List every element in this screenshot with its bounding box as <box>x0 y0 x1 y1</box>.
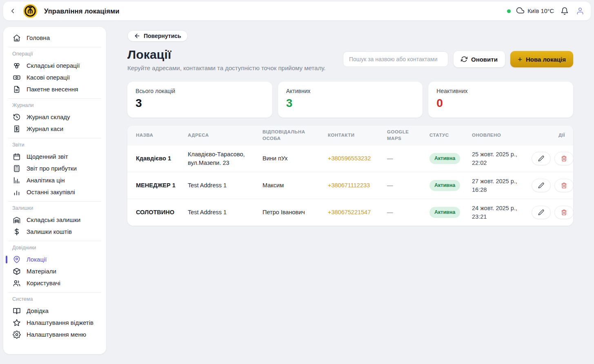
divider <box>8 201 101 202</box>
sidebar-item-warehouse-journal[interactable]: Журнал складу <box>3 111 106 123</box>
column-header-person: ВІДПОВІДАЛЬНА ОСОБА <box>263 129 328 142</box>
status-badge: Активна <box>429 207 460 218</box>
cell-name: СОЛОТВИНО <box>136 208 188 216</box>
new-location-button[interactable]: + Нова локація <box>510 51 573 67</box>
sidebar-item-batch-entry[interactable]: Пакетне внесення <box>3 83 106 95</box>
history-icon <box>12 113 21 121</box>
sidebar-item-warehouse-stock[interactable]: Складські залишки <box>3 214 106 226</box>
user-icon <box>576 7 584 15</box>
status-badge: Активна <box>429 153 460 164</box>
sidebar-item-label: Останні закупівлі <box>27 189 75 195</box>
bar-chart-icon <box>12 188 21 196</box>
sidebar-item-warehouse-operations[interactable]: Складські операції <box>3 60 106 71</box>
app-logo-icon <box>23 4 38 18</box>
stat-value: 0 <box>436 97 565 110</box>
sidebar-item-label: Довідка <box>27 307 49 314</box>
edit-button[interactable] <box>532 179 551 192</box>
sidebar-item-users[interactable]: Користувачі <box>3 277 106 289</box>
sidebar-item-home[interactable]: Головна <box>3 32 106 44</box>
divider <box>8 241 101 241</box>
plus-icon: + <box>518 55 522 63</box>
pencil-icon <box>538 209 544 215</box>
sidebar-item-profit-report[interactable]: Звіт про прибутки <box>3 162 106 174</box>
trash-icon <box>561 155 567 162</box>
users-icon <box>12 279 21 287</box>
sidebar-item-label: Журнал каси <box>27 125 63 132</box>
user-menu-button[interactable] <box>575 6 585 16</box>
stat-label: Активних <box>286 88 415 94</box>
table-row: МЕНЕДЖЕР 1 Test Address 1 Максим +380671… <box>127 172 573 199</box>
delete-button[interactable] <box>554 206 573 219</box>
stat-value: 3 <box>136 97 264 110</box>
back-chevron-button[interactable] <box>7 6 18 16</box>
refresh-icon <box>461 56 467 62</box>
locations-table: НАЗВА АДРЕСА ВІДПОВІДАЛЬНА ОСОБА КОНТАКТ… <box>127 126 573 226</box>
sidebar-section-label: Довідники <box>3 244 106 251</box>
sidebar-item-locations[interactable]: Локації <box>3 253 106 265</box>
topbar: Управління локаціями Київ 10°C <box>3 2 591 20</box>
sidebar-item-label: Складські операції <box>27 62 80 69</box>
back-button[interactable]: Повернутись <box>127 30 188 42</box>
stat-card-total: Всього локацій 3 <box>127 82 272 118</box>
stat-label: Всього локацій <box>136 88 264 94</box>
table-row: Кдавдієво 1 Клавдієво-Тарасово, вул.Мазе… <box>127 145 573 172</box>
spheres-icon <box>12 61 21 70</box>
edit-button[interactable] <box>532 206 551 219</box>
cell-contact[interactable]: +380596553232 <box>328 154 387 162</box>
sidebar-item-daily-report[interactable]: Щоденний звіт <box>3 151 106 162</box>
document-icon <box>12 85 21 93</box>
online-status-dot <box>507 9 511 13</box>
sidebar-item-cash-balance[interactable]: Залишки коштів <box>3 226 106 237</box>
pencil-icon <box>538 155 544 162</box>
sidebar-section-label: Операції <box>3 51 106 57</box>
arrow-left-icon <box>134 33 140 39</box>
pencil-icon <box>538 182 544 189</box>
delete-button[interactable] <box>554 179 573 192</box>
status-badge: Активна <box>429 180 460 191</box>
active-indicator <box>6 255 7 263</box>
cell-address: Клавдієво-Тарасово, вул.Мазепи. 23 <box>188 150 263 167</box>
sidebar-item-label: Журнал складу <box>27 113 70 120</box>
sidebar-item-widget-settings[interactable]: Налаштування віджетів <box>3 317 106 328</box>
home-icon <box>12 33 21 42</box>
cell-person: Петро Іванович <box>263 208 328 216</box>
bell-icon <box>561 7 569 15</box>
sidebar-item-price-analytics[interactable]: Аналітика цін <box>3 174 106 186</box>
cell-contact[interactable]: +380675221547 <box>328 208 387 216</box>
column-header-contacts: КОНТАКТИ <box>328 132 387 139</box>
sidebar-item-help[interactable]: Довідка <box>3 305 106 317</box>
stats-row: Всього локацій 3 Активних 3 Неактивних 0 <box>127 82 573 118</box>
refresh-button[interactable]: Оновити <box>454 51 505 67</box>
sidebar-item-materials[interactable]: Матеріали <box>3 265 106 277</box>
sidebar-item-label: Пакетне внесення <box>27 86 78 93</box>
star-icon <box>12 318 21 327</box>
cell-contact[interactable]: +380671112233 <box>328 181 387 189</box>
main-content: Повернутись Локації Керуйте адресами, ко… <box>127 27 573 71</box>
divider <box>8 292 101 293</box>
divider <box>8 138 101 138</box>
cell-person: Максим <box>263 181 328 189</box>
sidebar-item-label: Залишки коштів <box>27 228 72 235</box>
sidebar-item-label: Матеріали <box>27 268 56 275</box>
table-row: СОЛОТВИНО Test Address 1 Петро Іванович … <box>127 199 573 226</box>
gear-icon <box>12 330 21 339</box>
sidebar-item-cash-operations[interactable]: Касові операції <box>3 71 106 83</box>
sidebar-section-label: Звіти <box>3 142 106 148</box>
weather-widget: Київ 10°C <box>516 7 554 15</box>
sidebar-item-recent-purchases[interactable]: Останні закупівлі <box>3 186 106 198</box>
sidebar-item-label: Головна <box>27 34 50 41</box>
receipt-dollar-icon <box>12 124 21 133</box>
cloud-icon <box>516 7 525 15</box>
cell-updated: 25 жовт. 2025 р., 22:02 <box>472 150 532 167</box>
stat-value: 3 <box>286 97 415 110</box>
edit-button[interactable] <box>532 152 551 165</box>
column-header-updated: ОНОВЛЕНО <box>472 132 532 139</box>
column-header-gmaps: GOOGLE MAPS <box>387 129 429 142</box>
delete-button[interactable] <box>554 152 573 165</box>
sidebar-item-label: Налаштування віджетів <box>27 319 93 326</box>
sidebar-item-cash-journal[interactable]: Журнал каси <box>3 123 106 135</box>
trash-icon <box>561 209 567 215</box>
search-input[interactable] <box>343 51 448 67</box>
notifications-button[interactable] <box>560 6 570 16</box>
sidebar-item-menu-settings[interactable]: Налаштування меню <box>3 328 106 340</box>
